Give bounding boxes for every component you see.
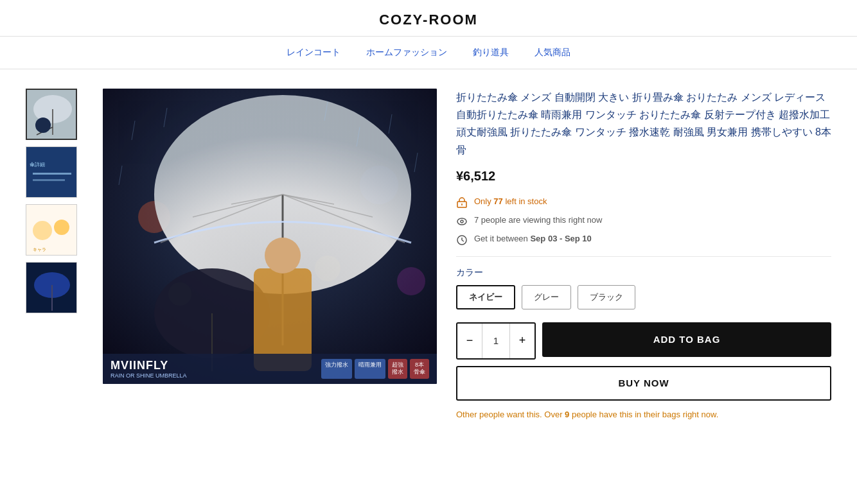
svg-point-33 [265,238,301,274]
svg-text:傘詳細: 傘詳細 [30,162,45,168]
quantity-value: 1 [482,324,510,358]
stock-text: Only 77 left in stock [474,196,547,206]
viewers-info: 7 people are viewing this right now [456,215,831,227]
nav-item-fishing[interactable]: 釣り道具 [473,47,509,58]
quantity-increase-button[interactable]: + [510,324,535,358]
svg-rect-5 [26,147,77,198]
svg-point-10 [33,221,52,240]
color-option-black[interactable]: ブラック [578,285,635,309]
site-title: COZY-ROOM [379,12,478,28]
buy-now-button[interactable]: BUY NOW [456,366,831,401]
product-info: 折りたたみ傘 メンズ 自動開閉 大きい 折り畳み傘 おりたたみ メンズ レディー… [456,89,831,419]
image-bottom-bar: MVIINFLY RAIN OR SHINE UMBRELLA 強力撥水晴雨兼用… [103,354,437,384]
product-price: ¥6,512 [456,169,831,184]
svg-point-43 [457,218,466,225]
feature-badges: 強力撥水晴雨兼用超強 撥水8本 骨傘 [321,359,429,379]
svg-rect-8 [33,179,65,181]
svg-text:キャラ: キャラ [33,247,46,252]
viewers-text: 7 people are viewing this right now [474,215,602,225]
color-option-grey[interactable]: グレー [522,285,571,309]
main-product-image: MVIINFLY RAIN OR SHINE UMBRELLA 強力撥水晴雨兼用… [103,89,437,384]
clock-icon [456,234,468,246]
nav-item-raincoat[interactable]: レインコート [287,47,340,58]
thumbnail-2[interactable]: 傘詳細 [26,146,77,198]
nav-item-home-fashion[interactable]: ホームファッション [366,47,447,58]
quantity-decrease-button[interactable]: − [457,324,482,358]
delivery-info: Get it between Sep 03 - Sep 10 [456,234,831,246]
site-header: COZY-ROOM [0,0,857,37]
feature-badge: 晴雨兼用 [355,359,385,379]
color-options: ネイビーグレーブラック [456,285,831,309]
color-label: カラー [456,267,831,279]
feature-badge: 強力撥水 [321,359,352,379]
color-option-navy[interactable]: ネイビー [456,285,515,309]
purchase-row: − 1 + ADD TO BAG [456,322,831,360]
add-to-bag-button[interactable]: ADD TO BAG [542,322,831,357]
delivery-date: Sep 03 - Sep 10 [530,234,591,243]
svg-point-21 [397,267,425,295]
brand-name: MVIINFLY [110,359,187,372]
svg-point-11 [54,220,69,235]
brand-sub: RAIN OR SHINE UMBRELLA [110,372,187,379]
thumbnail-list: 傘詳細キャラ [26,89,84,419]
nav-item-popular[interactable]: 人気商品 [535,47,570,58]
svg-point-4 [35,117,51,133]
svg-line-47 [462,240,464,241]
social-proof: Other people want this. Over 9 people ha… [456,410,831,419]
eye-icon [456,216,468,227]
thumbnail-1[interactable] [26,89,77,140]
delivery-text: Get it between Sep 03 - Sep 10 [474,234,592,243]
thumbnail-3[interactable]: キャラ [26,204,77,256]
product-title: 折りたたみ傘 メンズ 自動開閉 大きい 折り畳み傘 おりたたみ メンズ レディー… [456,89,831,159]
product-image-svg [103,89,437,384]
thumbnail-4[interactable] [26,262,77,313]
quantity-control: − 1 + [456,322,536,360]
svg-point-44 [461,220,463,223]
feature-badge: 超強 撥水 [388,359,407,379]
main-nav: レインコートホームファッション釣り道具人気商品 [0,37,857,69]
svg-rect-7 [33,173,71,175]
box-icon [456,197,468,209]
feature-badge: 8本 骨傘 [410,359,429,379]
stock-info: Only 77 left in stock [456,196,831,209]
main-content: 傘詳細キャラ [0,69,857,439]
divider-1 [456,256,831,257]
